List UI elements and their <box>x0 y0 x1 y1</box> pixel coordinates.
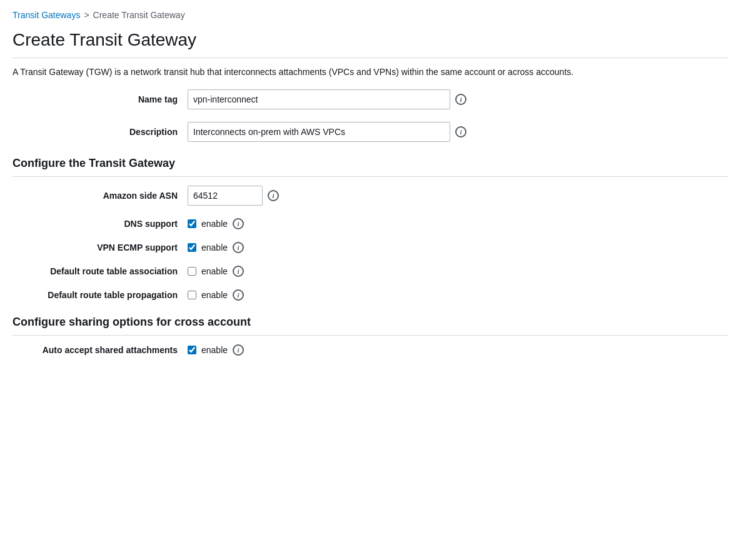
sharing-section-heading: Configure sharing options for cross acco… <box>13 316 728 329</box>
title-divider <box>13 58 728 58</box>
dns-support-label: DNS support <box>13 219 188 229</box>
default-route-table-propagation-label: Default route table propagation <box>13 290 188 300</box>
vpn-ecmp-support-checkbox[interactable] <box>188 243 196 252</box>
auto-accept-label: Auto accept shared attachments <box>13 345 188 355</box>
default-route-table-propagation-info-icon[interactable]: i <box>233 289 244 301</box>
auto-accept-checkbox[interactable] <box>188 346 196 354</box>
sharing-divider <box>13 335 728 336</box>
description-input[interactable] <box>188 122 450 142</box>
breadcrumb-current: Create Transit Gateway <box>93 10 185 20</box>
basic-fields-section: Name tag i Description i <box>13 89 728 142</box>
auto-accept-info-icon[interactable]: i <box>233 344 244 356</box>
auto-accept-enable-text: enable <box>201 345 228 355</box>
amazon-side-asn-input[interactable] <box>188 186 263 206</box>
breadcrumb-separator: > <box>84 10 89 20</box>
page-title: Create Transit Gateway <box>13 30 728 50</box>
dns-support-enable-text: enable <box>201 219 228 229</box>
default-route-table-propagation-enable-text: enable <box>201 290 228 300</box>
breadcrumb: Transit Gateways > Create Transit Gatewa… <box>13 10 728 20</box>
name-tag-info-icon[interactable]: i <box>455 94 466 105</box>
default-route-table-association-label: Default route table association <box>13 266 188 276</box>
dns-support-checkbox-label: enable <box>188 219 228 229</box>
default-route-table-propagation-checkbox[interactable] <box>188 291 196 299</box>
auto-accept-row: Auto accept shared attachments enable i <box>13 344 728 356</box>
vpn-ecmp-support-enable-text: enable <box>201 242 228 252</box>
breadcrumb-transit-gateways-link[interactable]: Transit Gateways <box>13 10 80 20</box>
default-route-table-association-enable-text: enable <box>201 266 228 276</box>
dns-support-checkbox[interactable] <box>188 219 196 228</box>
default-route-table-association-checkbox-label: enable <box>188 266 228 276</box>
default-route-table-propagation-checkbox-label: enable <box>188 290 228 300</box>
description-info-icon[interactable]: i <box>455 126 466 138</box>
amazon-side-asn-info-icon[interactable]: i <box>268 190 279 201</box>
vpn-ecmp-support-info-icon[interactable]: i <box>233 242 244 253</box>
vpn-ecmp-support-checkbox-label: enable <box>188 242 228 252</box>
configure-section-heading: Configure the Transit Gateway <box>13 157 728 170</box>
description-row: Description i <box>13 122 728 142</box>
default-route-table-propagation-row: Default route table propagation enable i <box>13 289 728 301</box>
dns-support-row: DNS support enable i <box>13 218 728 229</box>
name-tag-row: Name tag i <box>13 89 728 109</box>
name-tag-label: Name tag <box>13 94 188 104</box>
description-label: Description <box>13 127 188 137</box>
configure-divider <box>13 176 728 177</box>
default-route-table-association-info-icon[interactable]: i <box>233 266 244 277</box>
dns-support-info-icon[interactable]: i <box>233 218 244 229</box>
configure-section: Configure the Transit Gateway Amazon sid… <box>13 157 728 301</box>
vpn-ecmp-support-row: VPN ECMP support enable i <box>13 242 728 253</box>
default-route-table-association-checkbox[interactable] <box>188 267 196 276</box>
vpn-ecmp-support-label: VPN ECMP support <box>13 242 188 252</box>
page-description: A Transit Gateway (TGW) is a network tra… <box>13 67 728 77</box>
auto-accept-checkbox-label: enable <box>188 345 228 355</box>
default-route-table-association-row: Default route table association enable i <box>13 266 728 277</box>
sharing-section: Configure sharing options for cross acco… <box>13 316 728 356</box>
amazon-side-asn-row: Amazon side ASN i <box>13 186 728 206</box>
amazon-side-asn-label: Amazon side ASN <box>13 191 188 201</box>
name-tag-input[interactable] <box>188 89 450 109</box>
